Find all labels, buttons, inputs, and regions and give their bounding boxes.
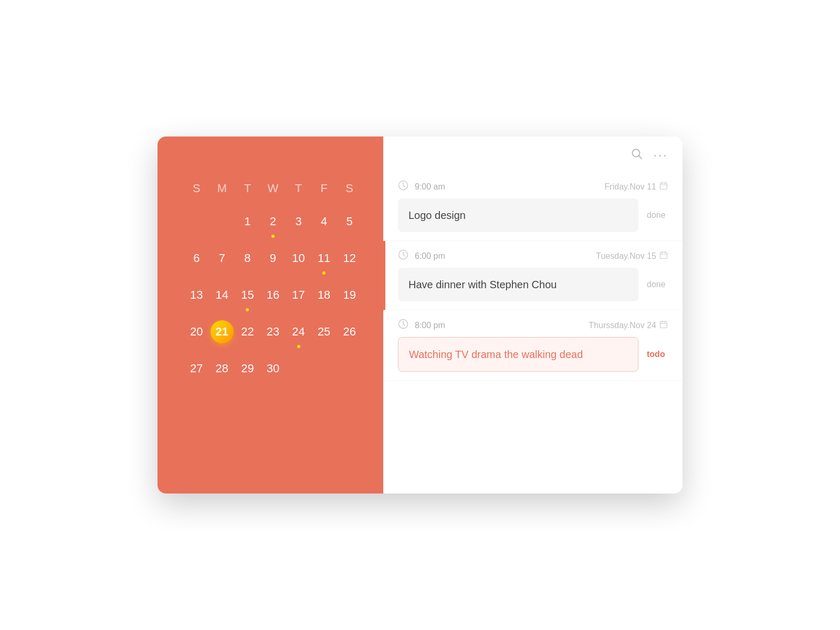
day-header: M [209,177,235,200]
clock-icon [398,249,408,262]
day-cell[interactable]: 28 [209,352,235,387]
event-date: Thurssday.Nov 24 [589,320,668,331]
day-cell[interactable]: 12 [337,242,362,277]
day-cell[interactable]: 1 [235,205,260,240]
event-time: 8:00 pm [415,321,582,330]
day-number: 10 [287,247,310,270]
day-number: 13 [185,284,208,307]
day-number: 27 [185,357,208,380]
svg-rect-8 [660,252,667,258]
day-cell[interactable]: 5 [337,205,362,240]
day-cell[interactable]: 15 [235,278,260,314]
day-number: 30 [261,357,285,380]
day-number: 19 [338,284,361,307]
day-cell[interactable]: 22 [235,315,260,351]
day-cell[interactable]: 9 [260,242,286,277]
day-number: 8 [236,247,259,270]
day-cell[interactable]: 7 [209,242,235,277]
day-number: 21 [211,320,234,343]
day-cell[interactable]: 10 [286,242,311,277]
calendar-small-icon [659,251,668,261]
day-number: 20 [185,320,208,343]
day-cell[interactable]: 26 [337,315,362,351]
day-cell-empty [311,352,337,387]
day-number: 3 [287,210,310,233]
day-cell[interactable]: 16 [260,278,286,314]
day-headers: SMTWTFS [184,177,362,200]
day-cell[interactable]: 6 [184,242,209,277]
calendar-grid: SMTWTFS 12345678910111213141516171819202… [184,177,362,387]
event-card-content: Watching TV drama the walking dead [398,337,638,372]
day-cell[interactable]: 4 [311,205,337,240]
day-cell[interactable]: 2 [260,205,286,240]
day-number: 5 [338,210,361,233]
day-number: 22 [236,320,259,343]
events-list[interactable]: 9:00 amFriday.Nov 11 Logo designdone 6:0… [383,172,682,494]
day-number: 2 [261,210,285,233]
day-cell[interactable]: 8 [235,242,260,277]
calendar-small-icon [659,182,668,192]
event-date: Tuesday.Nov 15 [596,251,668,261]
event-dot [246,308,249,311]
day-header: S [337,177,362,200]
event-dot [271,235,275,238]
event-meta: 8:00 pmThurssday.Nov 24 [398,319,668,332]
event-block: 9:00 amFriday.Nov 11 Logo designdone [383,172,682,241]
event-card: Logo designdone [398,198,668,232]
day-header: W [260,177,286,200]
days-grid: 1234567891011121314151617181920212223242… [184,205,362,387]
day-number: 4 [312,210,335,233]
day-cell[interactable]: 3 [286,205,311,240]
event-card-content: Have dinner with Stephen Chou [398,268,638,301]
event-card: Have dinner with Stephen Choudone [398,268,668,301]
calendar-small-icon [659,320,668,331]
day-number: 24 [287,320,310,343]
day-cell[interactable]: 18 [311,278,337,314]
day-number: 1 [236,210,259,233]
day-cell[interactable]: 20 [184,315,209,351]
day-number: 12 [338,247,361,270]
event-card: Watching TV drama the walking deadtodo [398,337,668,372]
day-cell[interactable]: 27 [184,352,209,387]
day-number: 17 [287,284,310,307]
day-number: 28 [211,357,234,380]
event-dot [322,271,326,275]
event-time: 9:00 am [415,182,598,192]
svg-line-1 [639,155,642,159]
day-cell[interactable]: 30 [260,352,286,387]
day-number: 6 [185,247,208,270]
day-cell[interactable]: 23 [260,315,286,351]
more-icon[interactable]: ··· [653,147,668,163]
svg-rect-3 [660,183,667,189]
day-cell[interactable]: 13 [184,278,209,314]
day-cell[interactable]: 11 [311,242,337,277]
day-cell[interactable]: 29 [235,352,260,387]
event-time: 6:00 pm [415,251,590,261]
day-number: 9 [261,247,285,270]
event-meta: 6:00 pmTuesday.Nov 15 [398,249,668,262]
day-number: 15 [236,284,259,307]
day-number: 25 [312,320,335,343]
search-icon[interactable] [631,148,643,163]
day-number: 7 [211,247,234,270]
day-cell-empty [209,205,235,240]
day-cell-empty [337,352,362,387]
day-header: S [184,177,209,200]
event-status: todo [647,350,668,359]
event-card-content: Logo design [398,198,638,232]
event-block: 8:00 pmThurssday.Nov 24 Watching TV dram… [383,310,682,381]
day-number: 11 [312,247,335,270]
day-cell[interactable]: 19 [337,278,362,314]
event-date: Friday.Nov 11 [605,182,668,192]
day-number: 14 [211,284,234,307]
day-cell[interactable]: 14 [209,278,235,314]
event-dot [297,345,300,348]
day-cell[interactable]: 24 [286,315,311,351]
day-header: F [311,177,337,200]
svg-rect-13 [660,321,667,328]
day-cell[interactable]: 21 [209,315,235,351]
day-cell-empty [286,352,311,387]
day-cell[interactable]: 25 [311,315,337,351]
day-cell[interactable]: 17 [286,278,311,314]
day-number: 23 [261,320,285,343]
